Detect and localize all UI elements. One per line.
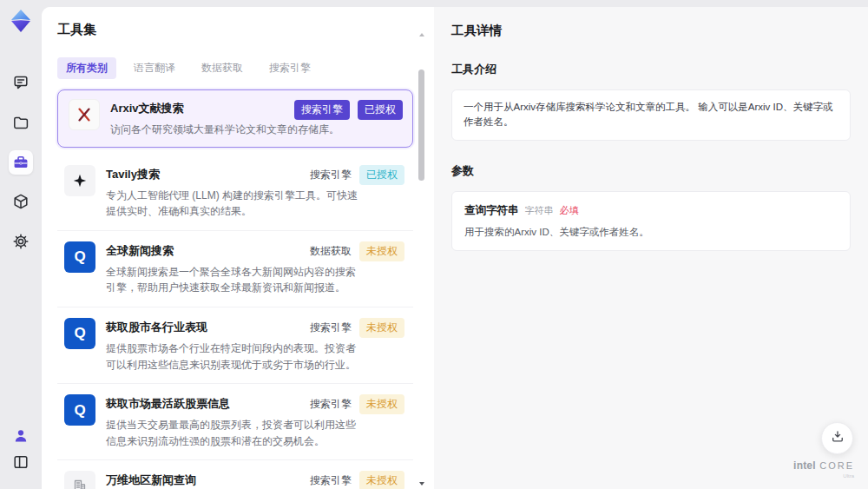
four-point-star-icon — [64, 165, 95, 196]
detail-title: 工具详情 — [451, 23, 851, 39]
tool-description: 提供股票市场各个行业在特定时间段内的表现。投资者可以利用这些信息来识别表现优于或… — [106, 340, 359, 373]
folder-icon — [12, 114, 30, 131]
category-label: 搜索引擎 — [310, 397, 352, 412]
news-logo-icon: Q — [64, 394, 95, 426]
sidebar-item-tools[interactable] — [9, 150, 33, 175]
briefcase-icon — [12, 154, 30, 171]
scrollbar-thumb[interactable] — [418, 69, 424, 181]
category-badge: 搜索引擎 — [294, 100, 350, 120]
parameter-head: 查询字符串 字符串 必填 — [464, 203, 838, 218]
tool-card-global-news[interactable]: Q 全球新闻搜索 全球新闻搜索是一个聚合全球各大新闻网站内容的搜索引擎，帮助用户… — [57, 231, 413, 307]
main-surface: 工具集 所有类别 语言翻译 数据获取 搜索引擎 Arxiv文献搜索 访问各个研究… — [42, 7, 868, 489]
tab-data-fetch[interactable]: 数据获取 — [193, 57, 252, 79]
sidebar-item-models[interactable] — [9, 189, 33, 214]
app-logo — [10, 9, 32, 33]
tool-description: 全球新闻搜索是一个聚合全球各大新闻网站内容的搜索引擎，帮助用户快速获取全球最新资… — [106, 264, 359, 296]
news-logo-glyph: Q — [74, 403, 85, 418]
category-label: 搜索引擎 — [310, 473, 352, 488]
tab-search-engine[interactable]: 搜索引擎 — [260, 57, 319, 79]
intel-core-logo: intel CORE Ultra — [793, 458, 854, 479]
status-badge: 未授权 — [359, 394, 404, 414]
user-icon — [12, 427, 30, 445]
panels-icon — [12, 453, 30, 471]
sidebar-rail — [0, 0, 42, 489]
intro-box: 一个用于从Arxiv存储库搜索科学论文和文章的工具。 输入可以是Arxiv ID… — [451, 89, 851, 141]
tool-detail-pane: 工具详情 工具介绍 一个用于从Arxiv存储库搜索科学论文和文章的工具。 输入可… — [434, 7, 868, 489]
tool-card-tavily[interactable]: Tavily搜索 专为人工智能代理 (LLM) 构建的搜索引擎工具。可快速提供实… — [57, 155, 413, 231]
tool-card-regional-news[interactable]: 万维地区新闻查询 查询具体行政区划内的新闻，快速了解各地新闻动 搜索引擎 未授权 — [57, 460, 413, 489]
tool-card-arxiv[interactable]: Arxiv文献搜索 访问各个研究领域大量科学论文和文章的存储库。 搜索引擎 已授… — [57, 89, 413, 148]
arxiv-chi-icon — [69, 99, 100, 130]
tool-card-meta: 搜索引擎 已授权 — [294, 100, 403, 120]
parameter-name: 查询字符串 — [464, 203, 519, 218]
tool-card-meta: 搜索引擎 未授权 — [310, 318, 404, 338]
scroll-up-arrow[interactable] — [419, 33, 424, 36]
news-logo-icon: Q — [64, 241, 95, 273]
status-badge: 未授权 — [359, 241, 404, 261]
news-logo-glyph: Q — [74, 249, 85, 264]
download-button[interactable] — [821, 422, 853, 454]
category-label: 搜索引擎 — [310, 168, 352, 182]
tab-language-translation[interactable]: 语言翻译 — [125, 57, 184, 79]
parameter-description: 用于搜索的Arxiv ID、关键字或作者姓名。 — [464, 226, 838, 239]
news-logo-glyph: Q — [74, 326, 85, 340]
tool-card-meta: 搜索引擎 已授权 — [310, 165, 404, 185]
core-wordmark: CORE — [819, 460, 854, 471]
list-scrollbar[interactable] — [418, 33, 425, 486]
tab-all-categories[interactable]: 所有类别 — [57, 57, 116, 79]
category-label: 搜索引擎 — [310, 320, 352, 335]
status-badge: 未授权 — [359, 471, 404, 489]
parameter-type: 字符串 — [525, 204, 554, 217]
required-flag: 必填 — [560, 204, 579, 217]
sidebar-item-settings[interactable] — [9, 229, 33, 254]
intro-heading: 工具介绍 — [451, 62, 851, 77]
params-heading: 参数 — [451, 163, 851, 179]
download-icon — [830, 429, 845, 448]
parameter-card: 查询字符串 字符串 必填 用于搜索的Arxiv ID、关键字或作者姓名。 — [451, 191, 851, 251]
intel-sub-label: Ultra — [793, 473, 854, 479]
building-icon — [64, 471, 95, 489]
sidebar-item-collapse[interactable] — [9, 450, 33, 474]
sidebar-item-chat[interactable] — [9, 70, 33, 95]
tool-card-meta: 搜索引擎 未授权 — [310, 394, 404, 414]
status-badge: 已授权 — [359, 165, 404, 185]
status-badge: 已授权 — [358, 100, 403, 120]
cube-icon — [12, 193, 30, 210]
tool-list-pane: 工具集 所有类别 语言翻译 数据获取 搜索引擎 Arxiv文献搜索 访问各个研究… — [42, 7, 434, 489]
news-logo-icon: Q — [64, 318, 95, 349]
tool-card-active-stocks[interactable]: Q 获取市场最活跃股票信息 提供当天交易量最高的股票列表，投资者可以利用这些信息… — [57, 384, 413, 460]
chat-icon — [12, 74, 30, 91]
sidebar-item-account[interactable] — [9, 424, 33, 448]
tool-card-meta: 数据获取 未授权 — [310, 241, 404, 261]
gear-icon — [12, 233, 30, 250]
tool-description: 访问各个研究领域大量科学论文和文章的存储库。 — [110, 122, 364, 138]
status-badge: 未授权 — [359, 318, 404, 338]
tool-card-stock-sectors[interactable]: Q 获取股市各行业表现 提供股票市场各个行业在特定时间段内的表现。投资者可以利用… — [57, 307, 413, 384]
tool-description: 提供当天交易量最高的股票列表，投资者可以利用这些信息来识别流动性强的股票和潜在的… — [106, 417, 359, 449]
intel-wordmark: intel — [793, 459, 816, 472]
category-label: 数据获取 — [310, 244, 352, 259]
category-tabs: 所有类别 语言翻译 数据获取 搜索引擎 — [57, 57, 413, 79]
tool-card-meta: 搜索引擎 未授权 — [310, 471, 404, 489]
app-window: 工具集 所有类别 语言翻译 数据获取 搜索引擎 Arxiv文献搜索 访问各个研究… — [0, 0, 868, 489]
scroll-down-arrow[interactable] — [419, 482, 424, 486]
page-title: 工具集 — [57, 22, 413, 38]
tool-description: 专为人工智能代理 (LLM) 构建的搜索引擎工具。可快速提供实时、准确和真实的结… — [106, 188, 359, 220]
sidebar-item-files[interactable] — [9, 110, 33, 135]
